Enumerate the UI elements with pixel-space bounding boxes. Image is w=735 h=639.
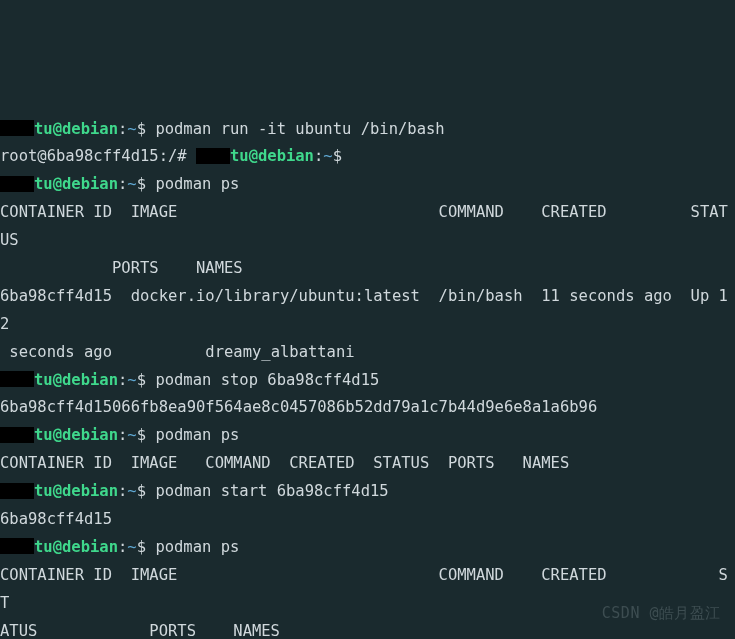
output-line: PORTS NAMES	[0, 255, 735, 283]
dollar: $	[137, 426, 146, 444]
dollar: $	[137, 175, 146, 193]
dollar: $	[137, 371, 146, 389]
output-line: 6ba98cff4d15066fb8ea90f564ae8c0457086b52…	[0, 394, 735, 422]
redacted-user	[0, 483, 34, 499]
line: tu@debian:~$ podman start 6ba98cff4d15	[0, 478, 735, 506]
user-host: tu@debian	[34, 426, 118, 444]
user-host: tu@debian	[34, 482, 118, 500]
line: tu@debian:~$ podman stop 6ba98cff4d15	[0, 367, 735, 395]
line: tu@debian:~$ podman ps	[0, 422, 735, 450]
output-line: seconds ago dreamy_albattani	[0, 339, 735, 367]
command: podman ps	[155, 538, 239, 556]
cwd: ~	[323, 147, 332, 165]
sep: :	[118, 371, 127, 389]
dollar: $	[137, 538, 146, 556]
cwd: ~	[127, 482, 136, 500]
line: tu@debian:~$ podman ps	[0, 534, 735, 562]
redacted-user	[196, 148, 230, 164]
cwd: ~	[127, 538, 136, 556]
cwd: ~	[127, 175, 136, 193]
command: podman run -it ubuntu /bin/bash	[155, 120, 444, 138]
sep: :	[314, 147, 323, 165]
redacted-user	[0, 538, 34, 554]
watermark: CSDN @皓月盈江	[602, 600, 721, 627]
terminal-output[interactable]: tu@debian:~$ podman run -it ubuntu /bin/…	[0, 116, 735, 639]
sep: :	[118, 426, 127, 444]
cwd: ~	[127, 371, 136, 389]
output-line: CONTAINER ID IMAGE COMMAND CREATED STATU…	[0, 199, 735, 255]
line: tu@debian:~$ podman run -it ubuntu /bin/…	[0, 116, 735, 144]
cwd: ~	[127, 120, 136, 138]
line: root@6ba98cff4d15:/# tu@debian:~$	[0, 143, 735, 171]
command: podman ps	[155, 175, 239, 193]
sep: :	[118, 538, 127, 556]
output-line: CONTAINER ID IMAGE COMMAND CREATED STATU…	[0, 450, 735, 478]
user-host: tu@debian	[34, 371, 118, 389]
dollar: $	[137, 482, 146, 500]
redacted-user	[0, 371, 34, 387]
dollar: $	[333, 147, 342, 165]
redacted-user	[0, 427, 34, 443]
command: podman start 6ba98cff4d15	[155, 482, 388, 500]
redacted-user	[0, 176, 34, 192]
dollar: $	[137, 120, 146, 138]
user-host: tu@debian	[230, 147, 314, 165]
output-line: 6ba98cff4d15 docker.io/library/ubuntu:la…	[0, 283, 735, 339]
user-host: tu@debian	[34, 175, 118, 193]
cwd: ~	[127, 426, 136, 444]
sep: :	[118, 482, 127, 500]
output-line: 6ba98cff4d15	[0, 506, 735, 534]
sep: :	[118, 120, 127, 138]
command: podman stop 6ba98cff4d15	[155, 371, 379, 389]
user-host: tu@debian	[34, 120, 118, 138]
user-host: tu@debian	[34, 538, 118, 556]
command: podman ps	[155, 426, 239, 444]
line: tu@debian:~$ podman ps	[0, 171, 735, 199]
sep: :	[118, 175, 127, 193]
root-prompt: root@6ba98cff4d15:/#	[0, 147, 196, 165]
redacted-user	[0, 120, 34, 136]
